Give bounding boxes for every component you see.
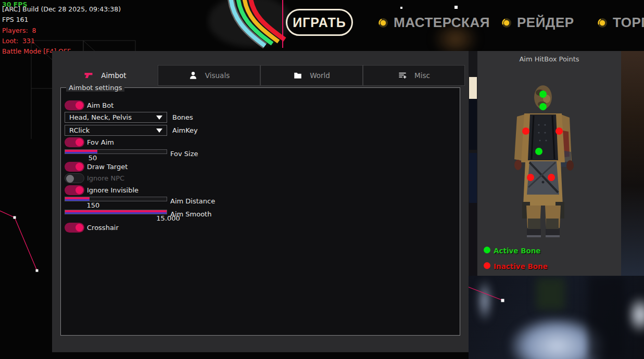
draw-target-toggle[interactable] bbox=[65, 162, 84, 172]
tab-visuals[interactable]: Visuals bbox=[158, 65, 260, 86]
legend-inactive-label: Inactive Bone bbox=[494, 262, 548, 271]
hitbox-point-right-thigh[interactable] bbox=[548, 174, 555, 181]
crosshair-toggle[interactable] bbox=[65, 223, 84, 233]
aim-smooth-slider[interactable] bbox=[65, 210, 167, 214]
hitbox-panel-title: Aim HitBox Points bbox=[477, 55, 621, 63]
ignore-npc-toggle[interactable] bbox=[65, 173, 84, 183]
aimkey-label: AimKey bbox=[172, 126, 198, 134]
slider-fill bbox=[65, 197, 90, 201]
toggle-knob bbox=[75, 163, 83, 171]
tab-misc[interactable]: Misc bbox=[363, 65, 465, 86]
aimkey-dropdown[interactable]: RClick bbox=[65, 125, 167, 136]
sliders-icon bbox=[398, 71, 407, 80]
pistol-icon bbox=[83, 70, 94, 81]
bones-label: Bones bbox=[172, 113, 193, 121]
toggle-knob bbox=[75, 224, 83, 232]
legend-active-label: Active Bone bbox=[494, 247, 541, 255]
hitbox-point-neck[interactable] bbox=[539, 103, 547, 110]
toggle-knob bbox=[75, 186, 83, 194]
hitbox-point-pelvis[interactable] bbox=[535, 148, 542, 155]
aim-distance-slider[interactable] bbox=[65, 197, 167, 201]
toggle-knob bbox=[66, 175, 74, 183]
hitbox-point-head[interactable] bbox=[539, 91, 547, 98]
fov-size-value: 50 bbox=[78, 154, 107, 162]
aimkey-dropdown-value: RClick bbox=[69, 126, 156, 134]
tab-label: Misc bbox=[414, 71, 430, 80]
bones-dropdown[interactable]: Head, Neck, Pelvis bbox=[65, 112, 167, 123]
crosshair-label: Crosshair bbox=[87, 224, 119, 232]
aim-distance-label: Aim Distance bbox=[170, 197, 215, 205]
bones-dropdown-value: Head, Neck, Pelvis bbox=[69, 113, 156, 121]
legend-inactive-dot bbox=[484, 262, 490, 269]
legend-active-dot bbox=[484, 247, 490, 253]
hitbox-point-left-shoulder[interactable] bbox=[522, 127, 529, 135]
aim-bot-toggle[interactable] bbox=[65, 100, 84, 110]
player-model bbox=[497, 83, 601, 245]
ignore-invisible-label: Ignore Invisible bbox=[87, 186, 138, 194]
hitbox-point-left-thigh[interactable] bbox=[527, 174, 534, 181]
toggle-knob bbox=[75, 101, 83, 109]
slider-fill bbox=[65, 210, 167, 214]
tab-label: Visuals bbox=[205, 71, 230, 80]
toggle-knob bbox=[75, 138, 83, 146]
aim-bot-label: Aim Bot bbox=[87, 101, 113, 109]
hitbox-point-right-shoulder[interactable] bbox=[555, 127, 563, 135]
aim-distance-value: 150 bbox=[79, 201, 108, 209]
folder-icon bbox=[293, 71, 302, 80]
aim-smooth-value: 15.000 bbox=[154, 214, 183, 222]
fov-size-slider[interactable] bbox=[65, 149, 167, 154]
slider-fill bbox=[65, 150, 97, 153]
tab-aimbot[interactable]: Aimbot bbox=[52, 65, 158, 86]
draw-target-label: Draw Target bbox=[87, 163, 128, 171]
tab-world[interactable]: World bbox=[260, 65, 363, 86]
ignore-npc-label: Ignore NPC bbox=[87, 174, 124, 182]
fov-aim-label: Fov Aim bbox=[87, 138, 114, 146]
ignore-invisible-toggle[interactable] bbox=[65, 185, 84, 195]
groupbox-title: Aimbot settings bbox=[66, 84, 124, 92]
person-icon bbox=[188, 71, 198, 80]
tab-label: World bbox=[310, 71, 330, 80]
chevron-down-icon bbox=[156, 129, 162, 133]
fov-size-label: Fov Size bbox=[170, 150, 198, 158]
tab-label: Aimbot bbox=[101, 71, 126, 80]
fov-aim-toggle[interactable] bbox=[65, 137, 84, 147]
screen: 30 FPS [ARC] Build (Dec 28 2025, 09:43:3… bbox=[0, 0, 644, 359]
chevron-down-icon bbox=[156, 116, 162, 120]
